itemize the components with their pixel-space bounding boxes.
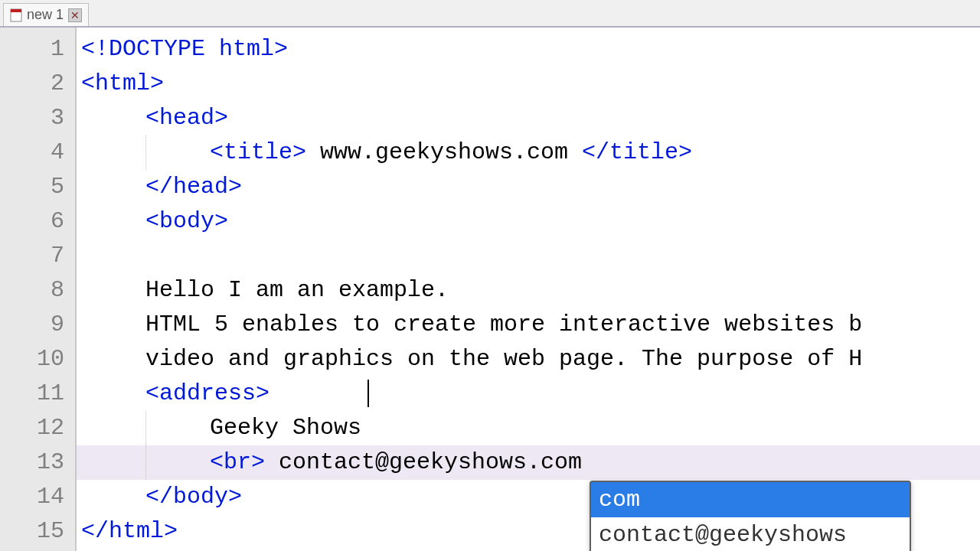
code-text: Hello I am an example.	[145, 277, 449, 303]
code-tag: </html>	[81, 518, 178, 544]
line-number: 3	[0, 101, 75, 135]
code-tag: <address>	[145, 380, 270, 406]
line-number-gutter: 123456789101112131415	[0, 28, 77, 551]
autocomplete-popup[interactable]: comcontact@geekyshows	[590, 481, 911, 551]
line-number: 8	[0, 273, 75, 308]
tab-label: new 1	[27, 7, 64, 23]
code-line[interactable]: <title> www.geekyshows.com </title>	[77, 135, 980, 170]
line-number: 10	[0, 342, 75, 377]
file-icon	[10, 8, 22, 22]
text-cursor	[368, 380, 369, 407]
code-tag: <title>	[210, 139, 306, 165]
tab-bar: new 1 ✕	[0, 0, 980, 28]
code-line[interactable]: Geeky Shows	[77, 411, 980, 445]
code-line[interactable]: <head>	[77, 101, 980, 135]
code-tag: <body>	[145, 208, 228, 234]
code-line[interactable]: <html>	[77, 67, 980, 101]
line-number: 12	[0, 411, 75, 445]
code-text: Geeky Shows	[210, 415, 361, 441]
line-number: 4	[0, 135, 75, 170]
code-area[interactable]: <!DOCTYPE html><html><head><title> www.g…	[77, 28, 980, 551]
code-tag: <br>	[210, 449, 265, 475]
line-number: 2	[0, 67, 75, 101]
autocomplete-item[interactable]: com	[591, 482, 910, 517]
code-tag: <html>	[81, 70, 164, 96]
code-text	[205, 36, 219, 62]
line-number: 11	[0, 377, 75, 411]
code-line[interactable]: <!DOCTYPE html>	[77, 32, 980, 67]
line-number: 1	[0, 32, 75, 67]
code-line[interactable]: video and graphics on the web page. The …	[77, 342, 980, 377]
close-icon[interactable]: ✕	[68, 8, 82, 22]
code-tag: </body>	[145, 484, 242, 510]
code-tag: <head>	[145, 105, 228, 131]
line-number: 6	[0, 204, 75, 239]
line-number: 13	[0, 445, 75, 480]
code-tag: html>	[219, 36, 288, 62]
code-line[interactable]: <address>	[77, 377, 980, 411]
code-tag: </head>	[145, 174, 242, 200]
code-line[interactable]	[77, 239, 980, 273]
code-line[interactable]: <body>	[77, 204, 980, 239]
line-number: 14	[0, 480, 75, 514]
code-line[interactable]: <br> contact@geekyshows.com	[77, 445, 980, 480]
code-text: HTML 5 enables to create more interactiv…	[145, 311, 862, 337]
code-line[interactable]: HTML 5 enables to create more interactiv…	[77, 308, 980, 342]
code-text: video and graphics on the web page. The …	[145, 346, 862, 372]
tab-new-1[interactable]: new 1 ✕	[3, 3, 89, 26]
code-tag: <!DOCTYPE	[81, 36, 205, 62]
code-tag: </title>	[582, 139, 692, 165]
line-number: 5	[0, 170, 75, 204]
editor: 123456789101112131415 <!DOCTYPE html><ht…	[0, 28, 980, 551]
code-text: www.geekyshows.com	[306, 139, 582, 165]
line-number: 7	[0, 239, 75, 273]
line-number: 9	[0, 308, 75, 342]
code-line[interactable]: </head>	[77, 170, 980, 204]
autocomplete-item[interactable]: contact@geekyshows	[591, 517, 910, 551]
code-text: contact@geekyshows.com	[265, 449, 582, 475]
line-number: 15	[0, 514, 75, 549]
code-line[interactable]: Hello I am an example.	[77, 273, 980, 308]
svg-rect-1	[11, 9, 21, 12]
